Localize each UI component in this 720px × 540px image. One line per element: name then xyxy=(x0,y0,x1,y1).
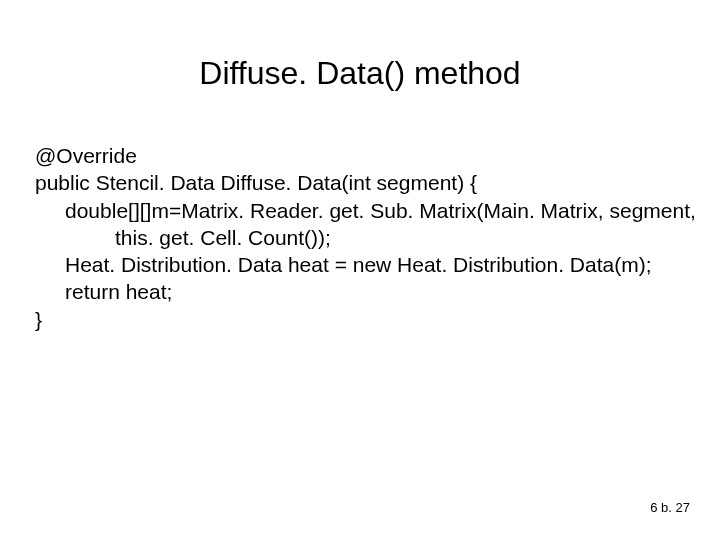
code-line-3: double[][]m=Matrix. Reader. get. Sub. Ma… xyxy=(35,197,685,224)
code-line-2: public Stencil. Data Diffuse. Data(int s… xyxy=(35,169,685,196)
code-line-6: return heat; xyxy=(35,278,685,305)
code-line-7: } xyxy=(35,306,685,333)
page-number: 6 b. 27 xyxy=(650,500,690,515)
code-line-1: @Override xyxy=(35,142,685,169)
code-block: @Override public Stencil. Data Diffuse. … xyxy=(0,142,720,333)
code-line-5: Heat. Distribution. Data heat = new Heat… xyxy=(35,251,685,278)
slide-title: Diffuse. Data() method xyxy=(0,0,720,142)
code-line-4: this. get. Cell. Count()); xyxy=(35,224,685,251)
